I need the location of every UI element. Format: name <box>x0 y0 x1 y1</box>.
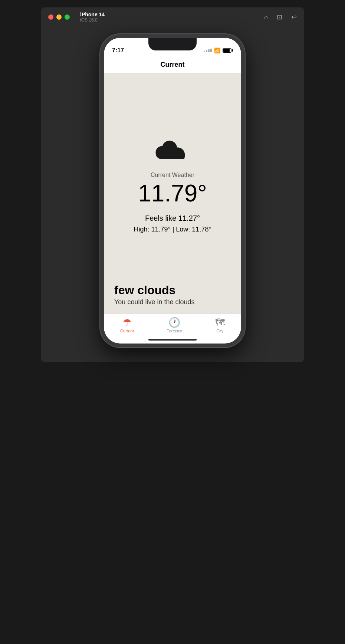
clock-icon: 🕐 <box>168 318 180 327</box>
screenshot-icon[interactable]: ⊡ <box>277 13 282 21</box>
traffic-lights <box>48 14 70 20</box>
map-icon: 🗺 <box>215 318 225 327</box>
notch <box>148 38 197 50</box>
battery-body <box>223 48 231 53</box>
battery-icon <box>223 48 233 53</box>
signal-bar-4 <box>210 49 212 52</box>
nav-bar: Current <box>104 58 241 73</box>
description-section: few clouds You could live in the clouds <box>111 284 197 306</box>
umbrella-icon: ☂ <box>123 318 131 327</box>
wifi-icon: 📶 <box>214 47 220 53</box>
temperature-display: 11.79° <box>138 181 207 205</box>
battery-tip <box>232 49 233 52</box>
home-indicator <box>148 339 197 341</box>
mac-toolbar-icons: ⌂ ⊡ ↩ <box>264 13 297 21</box>
device-info: iPhone 14 iOS 16.0 <box>80 12 105 23</box>
nav-title: Current <box>160 61 184 68</box>
weather-description-sub: You could live in the clouds <box>114 298 194 306</box>
status-time: 7:17 <box>112 47 124 54</box>
phone-frame: 7:17 📶 <box>100 34 245 347</box>
signal-bar-3 <box>208 49 210 52</box>
high-low: High: 11.79° | Low: 11.78° <box>134 226 211 233</box>
feels-like: Feels like 11.27° <box>145 214 200 223</box>
home-icon[interactable]: ⌂ <box>264 13 268 21</box>
signal-bar-1 <box>204 51 205 52</box>
cloud-icon <box>152 138 193 164</box>
fullscreen-button[interactable] <box>65 14 70 20</box>
tab-current-label: Current <box>120 329 134 333</box>
device-os: iOS 16.0 <box>80 17 105 23</box>
signal-bar-2 <box>206 50 207 52</box>
phone-screen: 7:17 📶 <box>104 38 241 344</box>
tab-forecast[interactable]: 🕐 Forecast <box>167 318 183 333</box>
rotate-icon[interactable]: ↩ <box>291 13 297 21</box>
device-name: iPhone 14 <box>80 12 105 17</box>
signal-icon <box>204 49 212 52</box>
weather-center: Current Weather 11.79° Feels like 11.27°… <box>134 88 211 284</box>
tab-current[interactable]: ☂ Current <box>120 318 134 333</box>
tab-city-label: City <box>216 329 223 333</box>
tab-city[interactable]: 🗺 City <box>215 318 225 333</box>
simulator-background: 7:17 📶 <box>41 27 304 362</box>
tab-forecast-label: Forecast <box>167 329 183 333</box>
weather-label: Current Weather <box>151 172 194 178</box>
minimize-button[interactable] <box>56 14 62 20</box>
battery-fill <box>223 49 230 52</box>
status-icons: 📶 <box>204 47 233 53</box>
mac-titlebar: iPhone 14 iOS 16.0 ⌂ ⊡ ↩ <box>41 7 304 27</box>
close-button[interactable] <box>48 14 53 20</box>
main-content: Current Weather 11.79° Feels like 11.27°… <box>104 73 241 313</box>
weather-description-main: few clouds <box>114 284 194 297</box>
